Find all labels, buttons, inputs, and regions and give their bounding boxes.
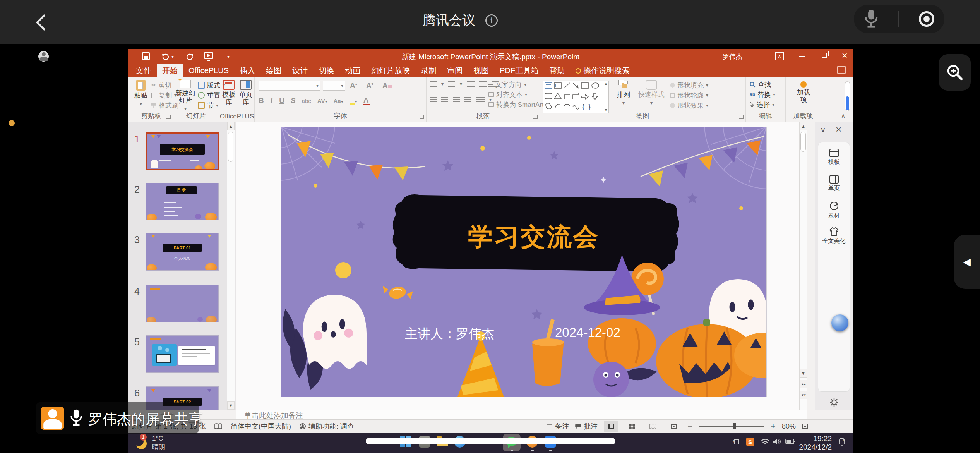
slideshow-view-button[interactable]	[666, 421, 681, 432]
panel-item-beautify[interactable]: 全文美化	[818, 227, 850, 245]
speaker-icon[interactable]	[773, 438, 781, 445]
bold-button[interactable]: B	[259, 96, 264, 105]
previous-slide-icon[interactable]: ▲▲	[800, 380, 807, 388]
editor-scrollbar[interactable]: ▲ ▼ ▲▲ ▼▼	[799, 122, 807, 410]
clipboard-dialog-launcher[interactable]	[166, 115, 171, 119]
next-slide-icon[interactable]: ▼▼	[800, 391, 807, 399]
scroll-up-icon[interactable]: ▲	[800, 122, 807, 130]
notes-toggle[interactable]: 备注	[547, 422, 569, 431]
smartart-button[interactable]: 转换为 SmartArt▾	[488, 100, 548, 109]
weather-icon[interactable]: 1	[134, 435, 149, 451]
clear-format-icon[interactable]: A	[382, 81, 392, 90]
align-right-icon[interactable]	[453, 97, 460, 102]
tab-design[interactable]: 设计	[287, 64, 313, 77]
tab-transitions[interactable]: 切换	[313, 64, 339, 77]
close-button[interactable]: ×	[842, 50, 848, 62]
panel-item-assets[interactable]: 素材	[818, 201, 850, 219]
slide-thumbnail-2[interactable]: 目 录	[146, 183, 219, 220]
cut-button[interactable]: ✂剪切	[151, 81, 172, 90]
char-spacing-button[interactable]: AV▾	[317, 98, 327, 104]
numbering-icon[interactable]	[448, 81, 455, 87]
paragraph-dialog-launcher[interactable]	[533, 115, 538, 119]
taskbar-clock[interactable]: 19:22 2024/12/2	[798, 434, 832, 451]
paste-button[interactable]: 粘贴▾	[132, 80, 150, 108]
zoom-out-button[interactable]: −	[687, 421, 692, 431]
microphone-icon[interactable]	[864, 9, 879, 29]
justify-icon[interactable]	[464, 97, 471, 102]
zoom-slider[interactable]	[699, 422, 764, 430]
tab-pdf-tools[interactable]: PDF工具箱	[494, 64, 544, 77]
font-dialog-launcher[interactable]	[420, 115, 424, 119]
info-icon[interactable]: i	[485, 14, 498, 27]
slide-canvas[interactable]: 学习交流会 主讲人：罗伟杰 2024-12-02	[281, 127, 766, 397]
increase-font-icon[interactable]: A▴	[350, 81, 357, 90]
battery-icon[interactable]	[785, 438, 795, 444]
tab-officeplus[interactable]: OfficePLUS	[183, 64, 234, 77]
language-status[interactable]: 简体中文(中国大陆)	[231, 422, 291, 431]
tab-home[interactable]: 开始	[157, 64, 183, 77]
panel-item-template[interactable]: 模板	[818, 149, 850, 166]
scroll-down-icon[interactable]: ▼	[227, 401, 235, 410]
change-case-button[interactable]: Aa▾	[334, 98, 343, 104]
ribbon-display-options-icon[interactable]: ∧	[775, 52, 784, 60]
panel-item-page[interactable]: 单页	[818, 175, 850, 192]
shapes-scroll-up-icon[interactable]: ▲	[604, 82, 608, 86]
increase-indent-icon[interactable]	[479, 81, 487, 87]
slide-sorter-view-button[interactable]	[625, 421, 639, 432]
tab-draw[interactable]: 绘图	[260, 64, 287, 77]
floating-assistant-button[interactable]	[831, 314, 848, 331]
panel-expand-tab[interactable]: ◀	[954, 235, 980, 289]
weather-text[interactable]: 1°C 晴朗	[152, 434, 165, 451]
find-button[interactable]: 查找	[750, 80, 771, 89]
columns-icon[interactable]	[476, 97, 485, 102]
shadow-button[interactable]: S	[291, 96, 296, 105]
slide-presenter[interactable]: 主讲人：罗伟杰	[405, 325, 494, 343]
zoom-slider-thumb[interactable]	[733, 423, 736, 429]
tab-file[interactable]: 文件	[130, 64, 157, 77]
tab-slideshow[interactable]: 幻灯片放映	[366, 64, 415, 77]
panel-close-icon[interactable]: ×	[836, 124, 841, 136]
scroll-up-icon[interactable]: ▲	[227, 122, 235, 130]
slide-thumbnail-5[interactable]	[146, 335, 219, 373]
font-color-button[interactable]: A	[363, 96, 370, 105]
shape-effects-button[interactable]: 形状效果▾	[670, 101, 708, 110]
tab-review[interactable]: 审阅	[442, 64, 468, 77]
scrollbar-thumb[interactable]	[800, 132, 806, 152]
gear-icon[interactable]	[829, 398, 839, 407]
restore-button[interactable]	[822, 53, 827, 58]
tray-window-icon[interactable]	[734, 439, 739, 444]
slide-thumbnail-4[interactable]	[146, 285, 219, 322]
drawing-dialog-launcher[interactable]	[739, 115, 744, 119]
comments-toggle[interactable]: 批注	[575, 422, 598, 431]
italic-button[interactable]: I	[270, 96, 273, 105]
decrease-font-icon[interactable]: A▾	[366, 81, 373, 90]
section-button[interactable]: 节▾	[198, 101, 218, 110]
addins-button[interactable]: 加载项	[793, 80, 814, 103]
tab-help[interactable]: 帮助	[544, 64, 570, 77]
thumbnail-scrollbar[interactable]: ▲ ▼	[227, 122, 235, 410]
scroll-down-icon[interactable]: ▼	[800, 369, 807, 378]
zoom-level[interactable]: 80%	[782, 422, 796, 431]
fit-to-window-icon[interactable]	[802, 424, 808, 429]
shape-fill-button[interactable]: 形状填充▾	[670, 81, 708, 90]
comments-bubble-icon[interactable]	[837, 66, 846, 74]
slide-date[interactable]: 2024-12-02	[555, 325, 620, 340]
notification-bell-icon[interactable]: z	[837, 437, 846, 447]
select-button[interactable]: 选择▾	[750, 100, 774, 109]
tab-insert[interactable]: 插入	[234, 64, 260, 77]
font-size-select[interactable]: ▾	[323, 81, 345, 91]
notes-pane[interactable]: 单击此处添加备注	[236, 410, 807, 419]
minimize-button[interactable]	[799, 56, 805, 57]
bullets-icon[interactable]	[430, 81, 437, 87]
wifi-icon[interactable]	[761, 438, 770, 445]
new-slide-button[interactable]: 新建幻灯片▾	[175, 80, 196, 113]
back-icon[interactable]	[34, 14, 47, 31]
collapse-ribbon-icon[interactable]: ∧	[841, 112, 845, 119]
replace-button[interactable]: ab替换▾	[750, 90, 775, 99]
underline-button[interactable]: U	[279, 96, 284, 105]
shape-outline-button[interactable]: 形状轮廓▾	[670, 91, 708, 100]
shapes-gallery[interactable]: {} ▲ ▼	[543, 81, 609, 113]
slide-thumbnail-3[interactable]: PART 01 个人信息	[146, 233, 219, 271]
template-library-button[interactable]: 模板库	[220, 80, 237, 106]
zoom-in-button[interactable]: +	[771, 421, 776, 431]
